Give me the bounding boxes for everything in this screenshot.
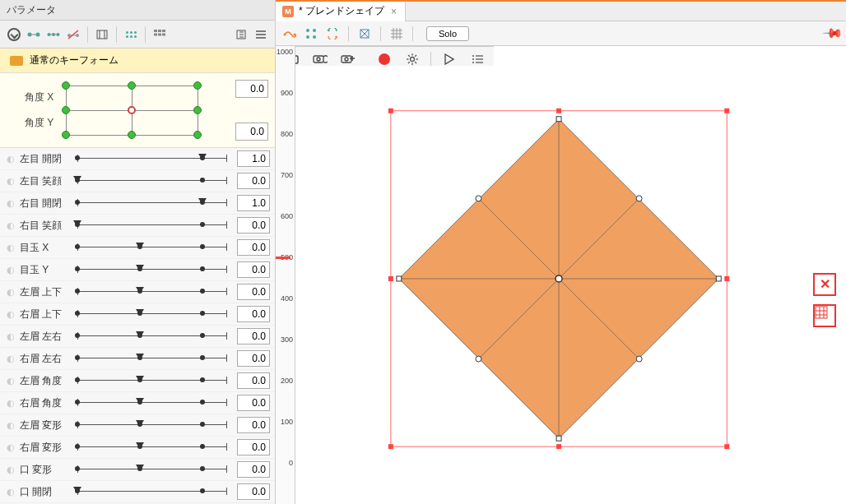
- param-slider[interactable]: [72, 464, 232, 475]
- param-slider[interactable]: [72, 419, 232, 431]
- angle-y-value[interactable]: [235, 123, 268, 141]
- param-value-input[interactable]: [237, 328, 270, 344]
- pin-icon[interactable]: ◐: [7, 442, 15, 453]
- param-slider[interactable]: [72, 486, 232, 497]
- pin-icon[interactable]: ◐: [7, 331, 15, 342]
- param-value-input[interactable]: [237, 417, 270, 433]
- svg-point-60: [476, 196, 481, 201]
- svg-point-76: [345, 58, 348, 61]
- pin-icon[interactable]: ◐: [7, 220, 15, 231]
- pin-icon[interactable]: ◐: [7, 487, 15, 497]
- canvas-tab[interactable]: M * ブレンドシェイプ ×: [276, 2, 406, 21]
- param-slider[interactable]: [72, 197, 232, 209]
- grid-button[interactable]: [122, 25, 140, 44]
- pin-icon[interactable]: ◐: [7, 154, 15, 164]
- param-label: 目玉 X: [20, 241, 67, 255]
- param-value-input[interactable]: [237, 372, 270, 389]
- param-slider[interactable]: [72, 220, 232, 231]
- svg-point-74: [317, 58, 320, 61]
- matrix-button[interactable]: [151, 25, 169, 44]
- remove-key-button[interactable]: [64, 25, 82, 44]
- svg-rect-47: [724, 276, 729, 281]
- folder-section[interactable]: 通常のキーフォーム: [0, 49, 275, 73]
- settings-button[interactable]: [232, 25, 250, 44]
- param-slider[interactable]: [72, 286, 232, 298]
- param-slider[interactable]: [72, 397, 232, 409]
- svg-marker-88: [445, 54, 453, 64]
- param-slider[interactable]: [72, 175, 232, 187]
- param-slider[interactable]: [72, 353, 232, 364]
- pin-icon[interactable]: ◐: [7, 420, 15, 431]
- pin-icon[interactable]: ◐: [7, 376, 15, 386]
- param-label: 右目 開閉: [20, 197, 67, 210]
- param-slider[interactable]: [72, 375, 232, 386]
- pin-icon[interactable]: ◐: [7, 309, 15, 320]
- grid-side-button[interactable]: [813, 304, 836, 327]
- pin-icon[interactable]: ◐: [7, 176, 15, 187]
- param-value-input[interactable]: [237, 395, 270, 411]
- param-slider[interactable]: [72, 308, 232, 320]
- reject-button[interactable]: ✕: [813, 273, 836, 296]
- param-row: ◐ 右眉 左右: [0, 348, 275, 370]
- param-value-input[interactable]: [237, 173, 270, 189]
- param-label: 右眉 左右: [20, 352, 67, 366]
- add-3key-button[interactable]: [44, 25, 63, 44]
- svg-rect-50: [724, 444, 729, 449]
- param-row: ◐ 目玉 X: [0, 237, 275, 259]
- menu-button[interactable]: [252, 25, 270, 44]
- bounds-button[interactable]: [93, 25, 111, 44]
- svg-rect-15: [158, 30, 161, 32]
- svg-point-61: [636, 196, 642, 201]
- mesh-button[interactable]: [356, 25, 374, 43]
- angle-grid[interactable]: [62, 81, 227, 139]
- svg-line-87: [408, 62, 410, 63]
- param-slider[interactable]: [72, 242, 232, 253]
- svg-rect-16: [162, 30, 165, 32]
- pin-icon[interactable]: ◐: [7, 287, 15, 298]
- param-slider[interactable]: [72, 153, 232, 164]
- param-label: 目玉 Y: [20, 263, 67, 277]
- param-value-input[interactable]: [237, 306, 270, 322]
- expand-button[interactable]: [5, 25, 23, 44]
- param-row: ◐ 口 開閉: [0, 481, 275, 503]
- param-value-input[interactable]: [237, 439, 270, 455]
- grid-toggle-button[interactable]: [388, 25, 406, 43]
- param-value-input[interactable]: [237, 261, 270, 278]
- pin-icon[interactable]: ◐: [7, 265, 15, 275]
- param-slider[interactable]: [72, 264, 232, 275]
- tab-close-button[interactable]: ×: [389, 6, 398, 17]
- node-tool-button[interactable]: [302, 25, 320, 43]
- pin-icon[interactable]: 📌: [821, 22, 844, 45]
- solo-button[interactable]: Solo: [426, 26, 469, 41]
- pin-icon[interactable]: ◐: [7, 198, 15, 209]
- param-value-input[interactable]: [237, 195, 270, 211]
- param-value-input[interactable]: [237, 217, 270, 234]
- param-value-input[interactable]: [237, 350, 270, 367]
- param-value-input[interactable]: [237, 284, 270, 300]
- param-value-input[interactable]: [237, 239, 270, 256]
- param-label: 左眉 変形: [20, 418, 67, 432]
- sync-tool-button[interactable]: [323, 25, 342, 43]
- svg-rect-57: [716, 276, 721, 281]
- param-slider[interactable]: [72, 442, 232, 453]
- param-row: ◐ 左目 開閉: [0, 148, 275, 170]
- param-value-input[interactable]: [237, 461, 270, 478]
- angle-xy-section: ⚭ 角度 X 角度 Y: [0, 73, 275, 148]
- angle-x-value[interactable]: [235, 80, 268, 98]
- panel-title: パラメータ: [7, 3, 56, 17]
- pin-icon[interactable]: ◐: [7, 354, 15, 364]
- ruler-tick: 600: [281, 212, 293, 220]
- svg-point-31: [306, 35, 309, 39]
- path-tool-button[interactable]: [281, 25, 299, 43]
- pin-icon[interactable]: ◐: [7, 243, 15, 253]
- add-2key-button[interactable]: [25, 25, 43, 44]
- param-slider[interactable]: [72, 331, 232, 342]
- param-value-input[interactable]: [237, 483, 270, 500]
- angle-y-label: 角度 Y: [25, 116, 53, 130]
- ruler-tick: 900: [281, 89, 293, 97]
- pin-icon[interactable]: ◐: [7, 465, 15, 475]
- pin-icon[interactable]: ◐: [7, 398, 15, 409]
- canvas[interactable]: ✕: [295, 66, 846, 479]
- canvas-toolbar: Solo 📌: [276, 21, 846, 46]
- param-value-input[interactable]: [237, 150, 270, 167]
